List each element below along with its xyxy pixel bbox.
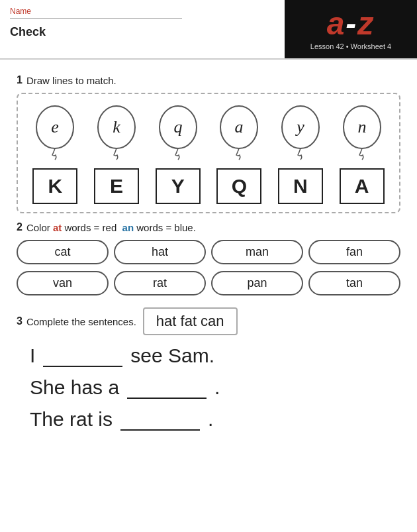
box-Q: Q [216,168,261,204]
header-right: a-z Lesson 42 • Worksheet 4 [285,0,417,58]
box-Y: Y [156,168,201,204]
section2-header: 2 Color at words = red an words = blue. [17,221,400,233]
sentence-2: She has a . [30,376,400,399]
sentence-3-before: The rat is [30,408,113,431]
name-line [10,18,182,19]
svg-text:e: e [52,117,60,136]
word-tan: tan [308,271,400,295]
balloon-n: n [339,102,385,162]
header-left: Name Check [0,0,285,58]
section3-num: 3 [17,315,23,327]
box-A: A [340,168,385,204]
balloon-svg-n: n [339,102,385,162]
section1-num: 1 [17,74,23,86]
at-label: at [53,222,62,233]
balloon-k: k [93,102,140,162]
svg-text:n: n [357,117,366,136]
word-bank: hat fat can [143,307,238,335]
balloon-svg-q: q [155,102,201,162]
an-label: an [122,222,134,233]
box-N: N [278,168,323,204]
word-cat: cat [17,240,109,264]
sentence-2-after: . [214,376,220,399]
section3-header: 3 Complete the sentences. hat fat can [17,307,400,335]
section1-instruction: Draw lines to match. [26,75,116,86]
sentence-3-after: . [208,408,213,431]
balloon-svg-k: k [93,102,140,162]
header: Name Check a-z Lesson 42 • Worksheet 4 [0,0,417,60]
balloon-e: e [32,102,78,162]
word-rat: rat [114,271,206,295]
word-man: man [211,240,303,264]
balloon-y: y [277,102,324,162]
az-title: a-z [327,8,375,40]
az-title-z: z [357,6,375,41]
sentence-2-before: She has a [30,376,119,399]
word-pan: pan [211,271,303,295]
section3-instruction: Complete the sentences. [26,316,136,327]
box-E: E [94,168,139,204]
section1-header: 1 Draw lines to match. [17,74,400,86]
az-title-a: a [327,6,346,41]
sentence-1-after: see Sam. [130,345,214,367]
blank-2 [127,396,207,399]
section2-num: 2 [17,221,23,233]
sentence-3: The rat is . [30,408,400,431]
word-van: van [17,271,109,295]
word-fan: fan [308,240,400,264]
letter-box-row: K E Y Q N A [24,168,393,204]
box-K: K [32,168,77,204]
word-bubbles-grid: cat hat man fan van rat pan tan [17,240,400,295]
balloon-q: q [155,102,201,162]
main-content: 1 Draw lines to match. e k [0,60,417,441]
balloon-svg-e: e [32,102,78,162]
sentence-1: I see Sam. [30,345,400,367]
svg-text:a: a [235,117,244,136]
svg-text:q: q [173,117,182,136]
balloon-row: e k q [24,102,393,162]
name-label: Name [10,7,275,16]
blank-3 [120,428,200,431]
balloon-svg-a: a [216,102,262,162]
balloon-a: a [216,102,262,162]
sentence-1-before: I [30,345,35,367]
balloon-svg-y: y [277,102,324,162]
balloon-area: e k q [17,93,400,213]
check-label: Check [10,25,275,39]
section2-instruction: Color at words = red an words = blue. [26,222,196,233]
svg-text:y: y [295,117,304,136]
word-hat: hat [114,240,206,264]
svg-text:k: k [113,117,120,136]
blank-1 [43,364,122,367]
lesson-label: Lesson 42 • Worksheet 4 [310,42,391,50]
